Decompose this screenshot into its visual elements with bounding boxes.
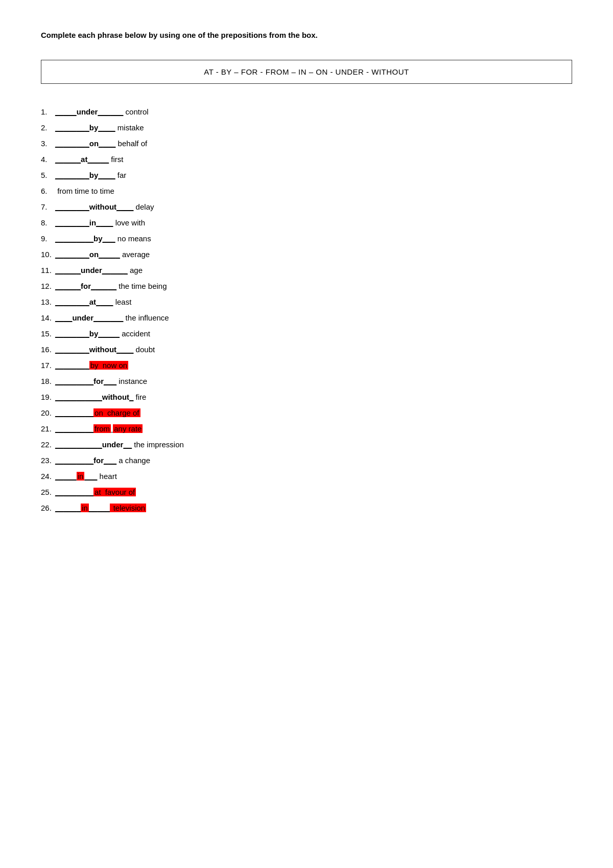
list-item: 13.________at____ least [41, 294, 572, 310]
list-item: 1._____under______ control [41, 104, 572, 120]
list-item: 2.________by____ mistake [41, 120, 572, 135]
list-item: 20._________on charge of [41, 405, 572, 421]
list-item: 11.______under______ age [41, 263, 572, 278]
list-item: 18._________for___ instance [41, 374, 572, 389]
instruction-text: Complete each phrase below by using one … [41, 31, 572, 39]
list-item: 25._________at favour of [41, 485, 572, 500]
list-item: 9._________by___ no means [41, 231, 572, 246]
exercises-list: 1._____under______ control2.________by__… [41, 104, 572, 516]
list-item: 24._____in___ heart [41, 469, 572, 484]
list-item: 12.______for______ the time being [41, 279, 572, 294]
list-item: 6. from time to time [41, 184, 572, 199]
list-item: 15.________by_____ accident [41, 326, 572, 341]
list-item: 8.________in____ love with [41, 215, 572, 231]
list-item: 26.______in_____ television [41, 500, 572, 516]
list-item: 5.________by____ far [41, 168, 572, 183]
list-item: 7.________without____ delay [41, 199, 572, 215]
list-item: 19.___________without_ fire [41, 390, 572, 405]
list-item: 22.___________under__ the impression [41, 437, 572, 452]
list-item: 3.________on____ behalf of [41, 136, 572, 151]
list-item: 14.____under_______ the influence [41, 310, 572, 326]
list-item: 21._________from any rate [41, 421, 572, 437]
list-item: 23._________for___ a change [41, 453, 572, 468]
list-item: 16.________without____ doubt [41, 342, 572, 357]
list-item: 10.________on_____ average [41, 247, 572, 262]
list-item: 17.________by now on [41, 358, 572, 373]
list-item: 4.______at_____ first [41, 152, 572, 167]
preposition-box: AT - BY – FOR - FROM – IN – ON - UNDER -… [41, 60, 572, 84]
